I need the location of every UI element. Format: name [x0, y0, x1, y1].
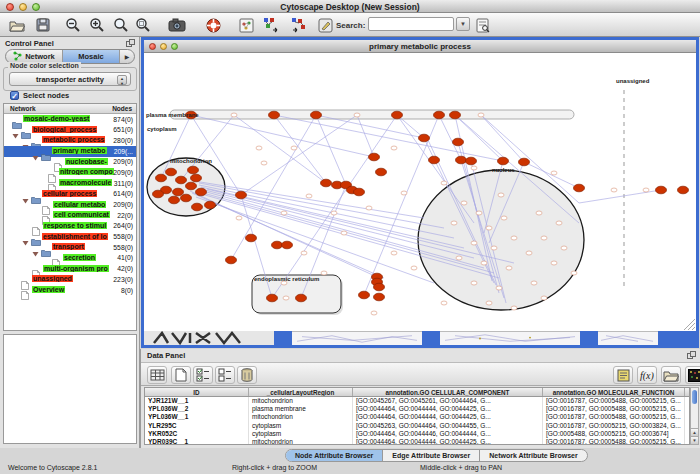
network-node-small[interactable]: [496, 286, 502, 290]
save-button[interactable]: [32, 15, 54, 35]
tree-row[interactable]: macromolecule311(0): [4, 178, 136, 189]
network-node-small[interactable]: [261, 161, 267, 165]
network-node-selected[interactable]: [434, 111, 445, 119]
network-node-small[interactable]: [643, 188, 649, 192]
table-cell[interactable]: YKR052C: [145, 430, 249, 438]
network-node-selected[interactable]: [374, 293, 385, 301]
network-node-small[interactable]: [391, 146, 397, 150]
table-cell[interactable]: [GO:0016787, GO:0005488, GO:0005215, G..…: [543, 405, 685, 413]
birdseye-overview-panel[interactable]: [3, 334, 137, 444]
network-node-selected[interactable]: [429, 156, 440, 164]
network-node-selected[interactable]: [186, 182, 197, 190]
table-cell[interactable]: YLR295C: [145, 422, 249, 430]
table-cell[interactable]: [GO:0044464, GO:0044444, GO:0044425, G..…: [353, 413, 543, 421]
network-node-small[interactable]: [478, 113, 484, 117]
network-node-selected[interactable]: [205, 201, 216, 209]
network-node-small[interactable]: [531, 281, 537, 285]
network-node-small[interactable]: [331, 211, 337, 215]
column-select-button[interactable]: [147, 366, 167, 384]
resize-grip-icon[interactable]: [684, 319, 695, 330]
column-header[interactable]: annotation.GO CELLULAR_COMPONENT: [353, 388, 543, 396]
network-node-small[interactable]: [541, 236, 547, 240]
network-node-selected[interactable]: [456, 156, 467, 164]
network-node-small[interactable]: [498, 193, 504, 197]
network-node-selected[interactable]: [369, 153, 380, 161]
zoom-fit-button[interactable]: [110, 15, 132, 35]
network-node-small[interactable]: [541, 296, 547, 300]
tree-row[interactable]: multi-organism pro42(0): [4, 264, 136, 275]
help-button[interactable]: [202, 15, 224, 35]
network-node-small[interactable]: [556, 221, 562, 225]
tab-overflow-button[interactable]: ▶: [120, 50, 134, 63]
network-node-small[interactable]: [391, 251, 397, 255]
network-node-selected[interactable]: [374, 283, 385, 291]
network-node-selected[interactable]: [321, 179, 332, 187]
network-node-small[interactable]: [486, 301, 492, 305]
tab-node-attribute-browser[interactable]: Node Attribute Browser: [286, 450, 383, 461]
network-node-small[interactable]: [551, 261, 557, 265]
network-node-selected[interactable]: [181, 194, 192, 202]
network-node-small[interactable]: [481, 261, 487, 265]
column-header[interactable]: annotation.GO MOLECULAR_FUNCTION: [543, 388, 685, 396]
snapshot-button[interactable]: [166, 15, 188, 35]
network-node-selected[interactable]: [678, 186, 689, 194]
network-node-small[interactable]: [321, 271, 327, 275]
table-cell[interactable]: cytoplasm: [249, 422, 353, 430]
network-node-selected[interactable]: [267, 294, 278, 302]
tree-row[interactable]: mosaic-demo-yeast874(0): [4, 114, 136, 125]
import-button[interactable]: [661, 366, 681, 384]
scroll-down-arrow[interactable]: ▼: [691, 436, 698, 444]
select-nodes-checkbox[interactable]: ✓: [10, 91, 19, 100]
table-cell[interactable]: plasma membrane: [249, 405, 353, 413]
table-cell[interactable]: YDR039C__1: [145, 438, 249, 445]
delete-attribute-button[interactable]: [237, 366, 257, 384]
network-node-small[interactable]: [341, 231, 347, 235]
network-canvas[interactable]: plasma membranecytoplasmmitochondrionnuc…: [144, 53, 696, 331]
table-cell[interactable]: [GO:0016787, GO:0005215, GO:0003824, G..…: [543, 422, 685, 430]
network-node-small[interactable]: [301, 251, 307, 255]
network-node-selected[interactable]: [272, 241, 283, 249]
tree-row[interactable]: secretion41(0): [4, 253, 136, 264]
table-cell[interactable]: YJR121W__1: [145, 397, 249, 405]
network-node-small[interactable]: [536, 211, 542, 215]
table-cell[interactable]: mitochondrion: [249, 397, 353, 405]
network-expand-button[interactable]: [260, 15, 282, 35]
network-node-selected[interactable]: [191, 174, 202, 182]
column-header[interactable]: ID: [145, 388, 249, 396]
network-node-small[interactable]: [471, 281, 477, 285]
tree-row[interactable]: response to stimul264(0): [4, 221, 136, 232]
network-node-selected[interactable]: [153, 190, 164, 198]
tree-row[interactable]: unassigned223(0): [4, 274, 136, 285]
table-cell[interactable]: mitochondrion: [249, 438, 353, 445]
table-cell[interactable]: [GO:0005488, GO:0005215, GO:0003674]: [543, 430, 685, 438]
table-row[interactable]: YDR039C__1mitochondrion[GO:0044464, GO:0…: [145, 438, 689, 445]
network-node-small[interactable]: [371, 311, 377, 315]
search-input[interactable]: [368, 17, 454, 31]
network-node-selected[interactable]: [453, 138, 464, 146]
network-node-selected[interactable]: [192, 203, 203, 211]
network-node-small[interactable]: [281, 211, 287, 215]
tree-row[interactable]: cell communicat22(0): [4, 210, 136, 221]
network-node-small[interactable]: [476, 211, 482, 215]
table-cell[interactable]: [GO:0016787, GO:0005488, GO:0005215, G..…: [543, 438, 685, 445]
network-node-selected[interactable]: [226, 256, 237, 264]
unselect-attributes-button[interactable]: [215, 366, 235, 384]
search-dropdown-button[interactable]: ▼: [456, 17, 470, 31]
table-row[interactable]: YLR295Ccytoplasm[GO:0045263, GO:0044464,…: [145, 422, 689, 430]
image-manager-button[interactable]: [235, 15, 257, 35]
tree-row[interactable]: biological_process651(0): [4, 125, 136, 136]
network-view-titlebar[interactable]: primary metabolic process: [144, 40, 696, 53]
tab-edge-attribute-browser[interactable]: Edge Attribute Browser: [383, 450, 480, 461]
network-node-selected[interactable]: [574, 184, 585, 192]
table-row[interactable]: YPL036W__1mitochondrion[GO:0044464, GO:0…: [145, 413, 689, 421]
network-node-small[interactable]: [401, 191, 407, 195]
node-color-dropdown[interactable]: transporter activity ▲▼: [9, 72, 131, 86]
float-data-panel-icon[interactable]: [687, 351, 696, 359]
network-node-selected[interactable]: [354, 188, 365, 196]
network-node-small[interactable]: [471, 241, 477, 245]
tree-row[interactable]: metabolic process280(0): [4, 135, 136, 146]
table-cell[interactable]: [GO:0044464, GO:0044446, GO:0044444, G..…: [353, 430, 543, 438]
tree-header-network[interactable]: Network: [10, 105, 36, 112]
network-node-selected[interactable]: [282, 241, 293, 249]
network-node-small[interactable]: [561, 246, 567, 250]
